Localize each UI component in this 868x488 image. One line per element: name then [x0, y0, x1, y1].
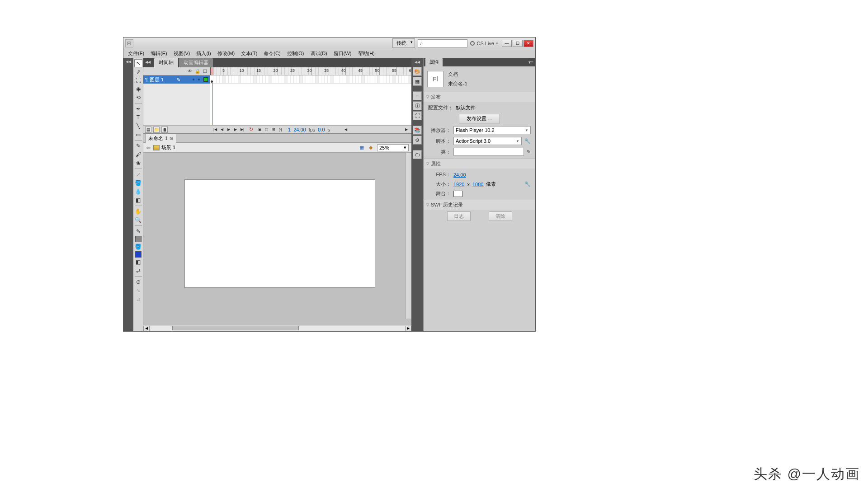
close-button[interactable]: ✕ [524, 40, 533, 47]
properties-tab[interactable]: 属性 [425, 58, 443, 66]
script-dropdown[interactable]: ActionScript 3.0▼ [453, 137, 522, 145]
layer-row[interactable]: ¶ 图层 1 ✎ [143, 75, 210, 84]
project-panel-icon[interactable]: 🗀 [413, 150, 422, 159]
rectangle-tool-icon[interactable]: ▭ [134, 131, 142, 139]
line-tool-icon[interactable]: ╲ [134, 122, 142, 130]
hand-tool-icon[interactable]: ✋ [134, 207, 142, 216]
menu-control[interactable]: 控制(O) [284, 49, 307, 58]
deco-tool-icon[interactable]: ❀ [134, 159, 142, 167]
align-panel-icon[interactable]: ≡ [413, 91, 422, 100]
log-button[interactable]: 日志 [447, 211, 471, 221]
minimize-button[interactable]: — [502, 40, 512, 47]
layer-color-swatch[interactable] [203, 77, 208, 82]
pencil-tool-icon[interactable]: ✎ [134, 142, 142, 150]
subselection-tool-icon[interactable]: ⬀ [134, 68, 142, 76]
3d-rotation-tool-icon[interactable]: ◉ [134, 85, 142, 93]
menu-insert[interactable]: 插入(I) [193, 49, 213, 58]
lasso-tool-icon[interactable]: ⟲ [134, 94, 142, 102]
zoom-dropdown[interactable]: 25%▾ [377, 144, 409, 151]
document-tab[interactable]: 未命名-1 ⊠ [145, 134, 176, 143]
collapse-icon[interactable]: ◀◀ [125, 59, 132, 64]
eyedropper-tool-icon[interactable]: 💧 [134, 188, 142, 196]
workspace-dropdown[interactable]: 传统 [392, 38, 415, 48]
first-frame-button[interactable]: |◀ [212, 127, 218, 133]
delete-layer-button[interactable]: 🗑 [161, 127, 168, 133]
collapse-icon[interactable]: ◀◀ [415, 60, 420, 64]
clear-button[interactable]: 清除 [489, 211, 512, 221]
scroll-right-button[interactable]: ▶ [403, 127, 410, 133]
menu-edit[interactable]: 编辑(E) [148, 49, 170, 58]
stroke-swatch[interactable] [135, 236, 142, 242]
panel-menu-icon[interactable]: ▾≡ [528, 60, 533, 65]
stage-area[interactable] [143, 153, 411, 325]
back-icon[interactable]: ⇦ [146, 145, 151, 151]
maximize-button[interactable]: ☐ [513, 40, 523, 47]
menu-modify[interactable]: 修改(M) [215, 49, 238, 58]
fps-value[interactable]: 24.00 [453, 172, 466, 178]
edit-multiple-button[interactable]: ⊞ [270, 127, 277, 133]
menu-commands[interactable]: 命令(C) [261, 49, 283, 58]
tab-motion-editor[interactable]: 动画编辑器 [179, 58, 213, 67]
close-tab-icon[interactable]: ⊠ [170, 136, 173, 141]
black-white-icon[interactable]: ◧ [134, 258, 142, 266]
next-frame-button[interactable]: ▶ [232, 127, 239, 133]
eye-icon[interactable]: 👁 [188, 69, 192, 74]
paint-bucket-tool-icon[interactable]: 🪣 [134, 179, 142, 187]
motion-panel-icon[interactable]: ⚙ [413, 136, 422, 145]
onion-outline-button[interactable]: ▢ [264, 127, 270, 133]
stroke-color-icon[interactable]: ✎ [134, 227, 142, 235]
library-panel-icon[interactable]: 📚 [413, 126, 422, 135]
height-value[interactable]: 1080 [472, 182, 483, 187]
menu-window[interactable]: 窗口(W) [331, 49, 354, 58]
transform-panel-icon[interactable]: ⛶ [413, 111, 422, 120]
frame-grid[interactable] [210, 75, 411, 125]
zoom-tool-icon[interactable]: 🔍 [134, 216, 142, 224]
last-frame-button[interactable]: ▶| [239, 127, 245, 133]
onion-skin-button[interactable]: ▣ [257, 127, 263, 133]
onion-markers-button[interactable]: [·] [277, 127, 283, 133]
class-input[interactable] [453, 148, 524, 156]
scroll-left-icon[interactable]: ◀ [143, 326, 150, 331]
swatches-panel-icon[interactable]: ▦ [413, 77, 422, 86]
new-layer-button[interactable]: ▤ [145, 127, 151, 133]
width-value[interactable]: 1920 [453, 182, 464, 187]
player-dropdown[interactable]: Flash Player 10.2▼ [453, 126, 531, 134]
new-folder-button[interactable]: 📁 [153, 127, 160, 133]
section-swf-history[interactable]: ▽ SWF 历史记录 [424, 200, 535, 210]
swap-colors-icon[interactable]: ⇄ [134, 267, 142, 275]
info-panel-icon[interactable]: ⓘ [413, 101, 422, 110]
section-properties[interactable]: ▽ 属性 [424, 159, 535, 169]
scroll-left-button[interactable]: ◀ [343, 127, 349, 133]
collapse-icon[interactable]: ◀◀ [145, 60, 151, 64]
horizontal-scrollbar[interactable]: ◀ ▶ [143, 325, 411, 331]
menu-file[interactable]: 文件(F) [125, 49, 147, 58]
edit-scene-icon[interactable]: ▦ [358, 145, 365, 151]
prev-frame-button[interactable]: ◀ [219, 127, 225, 133]
publish-settings-button[interactable]: 发布设置 ... [459, 114, 500, 123]
section-publish[interactable]: ▽ 发布 [424, 92, 535, 102]
timeline-ruler[interactable]: 5101520253035404550556065 [210, 67, 411, 75]
edit-class-icon[interactable]: ✎ [527, 149, 531, 155]
vertical-scrollbar[interactable] [405, 153, 411, 319]
edit-symbol-icon[interactable]: ◆ [367, 145, 374, 151]
fill-swatch[interactable] [135, 251, 142, 258]
color-panel-icon[interactable]: 🎨 [413, 67, 422, 76]
snap-tool-icon[interactable]: ⊙ [134, 278, 142, 286]
free-transform-tool-icon[interactable]: ⛶ [134, 76, 142, 84]
wrench-icon[interactable]: 🔧 [524, 138, 531, 144]
tab-timeline[interactable]: 时间轴 [154, 58, 178, 67]
selection-tool-icon[interactable]: ↖ [134, 59, 142, 67]
menu-help[interactable]: 帮助(H) [355, 49, 377, 58]
fill-color-icon[interactable]: 🪣 [134, 243, 142, 251]
wrench-icon[interactable]: 🔧 [524, 181, 531, 187]
stage-canvas[interactable] [185, 180, 375, 287]
scroll-right-icon[interactable]: ▶ [405, 326, 411, 331]
menu-debug[interactable]: 调试(D) [308, 49, 330, 58]
pen-tool-icon[interactable]: ✒ [134, 105, 142, 113]
text-tool-icon[interactable]: T [134, 113, 142, 122]
eraser-tool-icon[interactable]: ◧ [134, 196, 142, 204]
cslive-button[interactable]: CS Live ▾ [470, 41, 498, 46]
scroll-thumb[interactable] [172, 326, 299, 330]
stage-color-swatch[interactable] [453, 191, 462, 197]
loop-icon[interactable]: ↻ [247, 127, 255, 132]
